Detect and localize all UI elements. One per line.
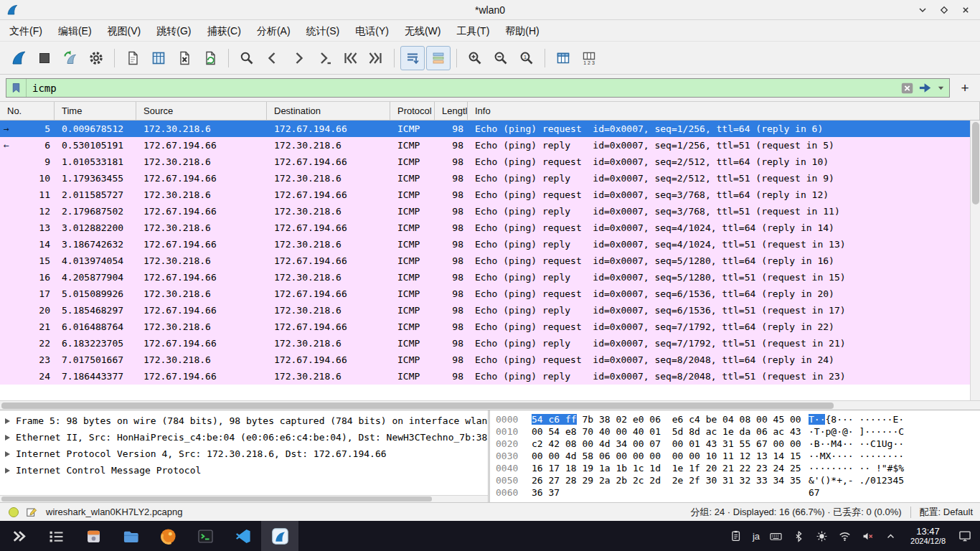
- find-packet-button[interactable]: [235, 46, 259, 70]
- packet-row[interactable]: 216.016488764172.30.218.6172.67.194.66IC…: [0, 319, 970, 335]
- hex-row[interactable]: 001000 54 e8 70 40 00 40 01 5d 8d ac 1e …: [496, 425, 980, 438]
- column-length[interactable]: Lengtl: [435, 102, 468, 120]
- taskbar-app-software-center[interactable]: [75, 521, 112, 551]
- detail-row[interactable]: Internet Control Message Protocol: [0, 462, 488, 479]
- menu-item-2[interactable]: 视图(V): [100, 20, 149, 42]
- filter-bookmark-icon[interactable]: [6, 79, 27, 97]
- menu-item-0[interactable]: 文件(F): [1, 20, 50, 42]
- menu-item-8[interactable]: 无线(W): [397, 20, 449, 42]
- menu-item-4[interactable]: 捕获(C): [199, 20, 248, 42]
- packet-row[interactable]: 237.017501667172.30.218.6172.67.194.66IC…: [0, 352, 970, 368]
- detail-row[interactable]: Frame 5: 98 bytes on wire (784 bits), 98…: [0, 413, 488, 429]
- hex-row[interactable]: 005026 27 28 29 2a 2b 2c 2d 2e 2f 30 31 …: [496, 474, 980, 486]
- packet-row[interactable]: ←60.530105191172.67.194.66172.30.218.6IC…: [0, 137, 970, 154]
- packet-row[interactable]: 175.015089926172.30.218.6172.67.194.66IC…: [0, 286, 970, 302]
- tray-brightness-icon[interactable]: [812, 527, 831, 545]
- first-packet-button[interactable]: [338, 46, 362, 70]
- menu-item-5[interactable]: 分析(A): [249, 20, 298, 42]
- capture-comment-icon[interactable]: [25, 506, 38, 519]
- taskbar-app-vscode[interactable]: [224, 521, 261, 551]
- hex-row[interactable]: 000054 c6 ff 7b 38 02 e0 06 e6 c4 be 04 …: [496, 413, 980, 425]
- minimize-icon[interactable]: [915, 3, 930, 17]
- horizontal-scrollbar[interactable]: [0, 400, 980, 410]
- tray-bluetooth-icon[interactable]: [789, 527, 808, 545]
- tray-wifi-icon[interactable]: [835, 527, 854, 545]
- details-scrollbar-thumb[interactable]: [1, 496, 432, 501]
- packet-row[interactable]: 112.011585727172.30.218.6172.67.194.66IC…: [0, 187, 970, 203]
- expand-arrow-icon[interactable]: [5, 435, 10, 441]
- zoom-original-button[interactable]: 1: [514, 46, 539, 70]
- filter-apply-icon[interactable]: [918, 80, 934, 95]
- save-file-button[interactable]: [146, 46, 171, 70]
- expert-info-icon[interactable]: [7, 506, 20, 519]
- start-capture-button[interactable]: [6, 46, 31, 70]
- taskbar-app-terminal[interactable]: [187, 521, 224, 551]
- menu-item-6[interactable]: 统计(S): [298, 20, 348, 42]
- tray-clipboard-icon[interactable]: [727, 527, 746, 545]
- column-protocol[interactable]: Protocol: [390, 102, 435, 120]
- vertical-scrollbar[interactable]: [970, 121, 980, 400]
- tray-expand-icon[interactable]: [881, 527, 900, 545]
- open-file-button[interactable]: [121, 46, 145, 70]
- packet-row[interactable]: 205.185468297172.67.194.66172.30.218.6IC…: [0, 302, 970, 319]
- menu-item-3[interactable]: 跳转(G): [149, 20, 199, 42]
- menu-item-10[interactable]: 帮助(H): [497, 20, 547, 42]
- hex-row[interactable]: 006036 3767: [496, 486, 980, 499]
- detail-row[interactable]: Internet Protocol Version 4, Src: 172.30…: [0, 446, 488, 462]
- reload-file-button[interactable]: [198, 46, 222, 70]
- go-forward-button[interactable]: [286, 46, 311, 70]
- profile-selector[interactable]: 配置: Default: [920, 506, 973, 519]
- expand-arrow-icon[interactable]: [5, 451, 10, 457]
- maximize-icon[interactable]: [937, 3, 951, 17]
- tray-volume-muted-icon[interactable]: [858, 527, 877, 545]
- packet-row[interactable]: 101.179363455172.67.194.66172.30.218.6IC…: [0, 170, 970, 187]
- hex-row[interactable]: 004016 17 18 19 1a 1b 1c 1d 1e 1f 20 21 …: [496, 462, 980, 474]
- menu-item-7[interactable]: 电话(Y): [347, 20, 397, 42]
- last-packet-button[interactable]: [364, 46, 388, 70]
- tray-keyboard-icon[interactable]: [766, 527, 785, 545]
- packet-row[interactable]: 226.183223705172.67.194.66172.30.218.6IC…: [0, 335, 970, 352]
- zoom-out-button[interactable]: [489, 46, 513, 70]
- details-scrollbar[interactable]: [0, 495, 488, 502]
- zoom-in-button[interactable]: [463, 46, 487, 70]
- hex-row[interactable]: 0020c2 42 08 00 4d 34 00 07 00 01 43 31 …: [496, 438, 980, 450]
- close-file-button[interactable]: [172, 46, 197, 70]
- filter-dropdown-icon[interactable]: [937, 80, 945, 95]
- packet-row[interactable]: 91.010533181172.30.218.6172.67.194.66ICM…: [0, 154, 970, 170]
- taskbar-clock[interactable]: 13:47 2024/12/8: [910, 521, 946, 551]
- restart-capture-button[interactable]: [58, 46, 83, 70]
- expand-arrow-icon[interactable]: [5, 468, 10, 474]
- vertical-scrollbar-thumb[interactable]: [972, 122, 979, 204]
- ime-indicator[interactable]: ja: [753, 531, 760, 542]
- horizontal-scrollbar-thumb[interactable]: [1, 402, 834, 409]
- stop-capture-button[interactable]: [32, 46, 57, 70]
- filter-clear-icon[interactable]: [900, 81, 915, 95]
- taskbar-app-task-list[interactable]: [37, 521, 75, 551]
- taskbar-app-wireshark[interactable]: [261, 521, 298, 551]
- packet-row[interactable]: 154.013974054172.30.218.6172.67.194.66IC…: [0, 253, 970, 269]
- taskbar-app-file-manager[interactable]: [112, 521, 149, 551]
- hex-row[interactable]: 003000 00 4d 58 06 00 00 00 00 00 10 11 …: [496, 450, 980, 462]
- capture-file-name[interactable]: wireshark_wlan0KH7LY2.pcapng: [46, 507, 183, 517]
- packet-row[interactable]: 133.012882200172.30.218.6172.67.194.66IC…: [0, 220, 970, 236]
- packet-row[interactable]: 143.186742632172.67.194.66172.30.218.6IC…: [0, 236, 970, 253]
- packet-row[interactable]: →50.009678512172.30.218.6172.67.194.66IC…: [0, 121, 970, 137]
- taskbar-app-firefox[interactable]: [149, 521, 187, 551]
- taskbar-app-app-menu[interactable]: [0, 521, 37, 551]
- column-info[interactable]: Info: [468, 102, 980, 120]
- packet-row[interactable]: 164.205877904172.67.194.66172.30.218.6IC…: [0, 269, 970, 286]
- column-no[interactable]: No.: [0, 102, 55, 120]
- display-settings-icon[interactable]: [954, 521, 976, 551]
- capture-options-button[interactable]: [84, 46, 108, 70]
- column-source[interactable]: Source: [136, 102, 267, 120]
- resize-columns-button[interactable]: [551, 46, 575, 70]
- packet-row[interactable]: 122.179687502172.67.194.66172.30.218.6IC…: [0, 203, 970, 220]
- menu-item-9[interactable]: 工具(T): [448, 20, 497, 42]
- column-numbers-button[interactable]: 1 2 3: [577, 46, 601, 70]
- column-time[interactable]: Time: [55, 102, 136, 120]
- expand-arrow-icon[interactable]: [5, 418, 10, 424]
- column-destination[interactable]: Destination: [267, 102, 390, 120]
- filter-add-button[interactable]: +: [956, 79, 974, 98]
- close-icon[interactable]: [958, 3, 973, 17]
- display-filter-input[interactable]: [27, 83, 900, 94]
